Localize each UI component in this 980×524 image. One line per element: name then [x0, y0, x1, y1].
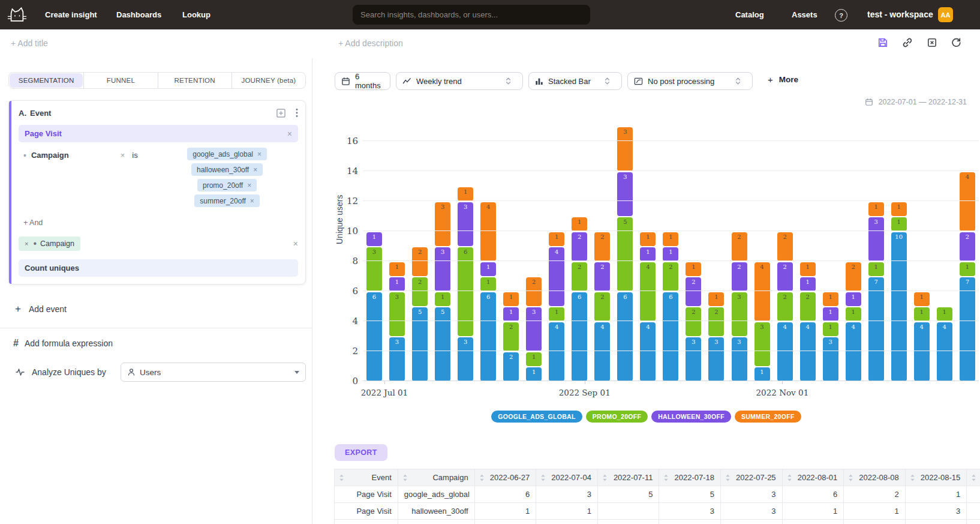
bar-segment-halloween_30off[interactable]: 3	[458, 202, 473, 246]
date-range-button[interactable]: 6 months	[335, 72, 390, 90]
add-event-button[interactable]: + Add event	[15, 303, 67, 315]
column-header-2022-07-18[interactable]: 2022-07-18	[659, 469, 721, 486]
sort-icon[interactable]	[725, 474, 731, 481]
remove-event-icon[interactable]: ×	[287, 130, 292, 138]
bar-segment-google_ads_global[interactable]: 5	[412, 307, 428, 381]
sort-icon[interactable]	[663, 474, 669, 481]
bar-segment-google_ads_global[interactable]: 4	[914, 322, 930, 381]
bar-segment-promo_20off[interactable]: 1	[891, 217, 907, 231]
bar-segment-google_ads_global[interactable]: 6	[480, 292, 496, 381]
bar-segment-summer_20off[interactable]: 1	[572, 217, 587, 231]
column-header-2022-08-01[interactable]: 2022-08-01	[782, 469, 844, 486]
clear-breakdown-icon[interactable]: ×	[293, 239, 298, 248]
bar-segment-google_ads_global[interactable]: 3	[823, 337, 838, 381]
bar-segment-summer_20off[interactable]: 1	[708, 292, 724, 306]
bar-segment-promo_20off[interactable]: 3	[732, 292, 747, 336]
bar-segment-promo_20off[interactable]: 3	[389, 292, 405, 336]
bar-segment-google_ads_global[interactable]: 3	[686, 337, 701, 381]
bar-segment-halloween_30off[interactable]: 3	[617, 172, 633, 216]
add-title-button[interactable]: + Add title	[11, 38, 48, 48]
remove-value-icon[interactable]: ×	[253, 166, 257, 174]
bar-segment-summer_20off[interactable]: 1	[868, 202, 884, 216]
column-header-2022-06-27[interactable]: 2022-06-27	[474, 469, 536, 486]
refresh-icon[interactable]	[951, 37, 961, 48]
more-button[interactable]: + More	[768, 74, 798, 85]
bar-segment-halloween_30off[interactable]: 1	[389, 277, 405, 291]
measure-select[interactable]: Count uniques	[19, 259, 298, 277]
bar-segment-promo_20off[interactable]: 1	[960, 262, 975, 276]
filter-value-chip[interactable]: google_ads_global×	[187, 148, 267, 160]
nav-create-insight[interactable]: Create insight	[45, 10, 97, 19]
bar-segment-google_ads_global[interactable]: 3	[389, 337, 405, 381]
bar-segment-halloween_30off[interactable]: 2	[594, 262, 610, 291]
bar-segment-summer_20off[interactable]: 1	[389, 262, 405, 276]
add-formula-button[interactable]: # Add formula expression	[13, 338, 113, 349]
bar-segment-summer_20off[interactable]: 1	[640, 232, 656, 246]
bar-segment-google_ads_global[interactable]: 4	[800, 322, 816, 381]
filter-value-chip[interactable]: halloween_30off×	[191, 163, 263, 176]
tab-funnel[interactable]: FUNNEL	[83, 73, 157, 88]
bar-segment-google_ads_global[interactable]: 3	[708, 337, 724, 381]
remove-filter-icon[interactable]: ×	[121, 151, 125, 160]
cat-logo-icon[interactable]	[7, 6, 26, 23]
legend-pill-halloween_30off[interactable]: HALLOWEEN_30OFF	[651, 411, 731, 423]
filter-value-chip[interactable]: summer_20off×	[194, 194, 260, 207]
bar-segment-summer_20off[interactable]: 1	[891, 202, 907, 216]
avatar[interactable]: AA	[938, 7, 953, 22]
bar-segment-promo_20off[interactable]: 2	[594, 292, 610, 321]
bar-segment-halloween_30off[interactable]: 1	[640, 247, 656, 261]
bar-segment-summer_20off[interactable]: 3	[435, 202, 450, 246]
column-header-2022-07-25[interactable]: 2022-07-25	[721, 469, 783, 486]
post-processing-select[interactable]: No post processing	[627, 72, 753, 90]
bar-segment-halloween_30off[interactable]: 1	[503, 307, 519, 321]
bar-segment-summer_20off[interactable]: 1	[686, 262, 701, 276]
bar-segment-summer_20off[interactable]: 3	[617, 127, 633, 171]
bar-segment-google_ads_global[interactable]: 3	[732, 337, 747, 381]
tab-retention[interactable]: RETENTION	[158, 73, 232, 88]
bar-segment-google_ads_global[interactable]: 6	[617, 292, 633, 381]
bar-segment-promo_20off[interactable]: 1	[526, 352, 542, 366]
bar-segment-promo_20off[interactable]: 2	[777, 292, 793, 321]
search-input[interactable]	[353, 5, 590, 25]
bar-segment-promo_20off[interactable]: 1	[868, 262, 884, 276]
bar-segment-google_ads_global[interactable]: 7	[868, 277, 884, 381]
nav-lookup[interactable]: Lookup	[182, 10, 211, 19]
legend-pill-google_ads_global[interactable]: GOOGLE_ADS_GLOBAL	[491, 411, 582, 423]
bar-segment-halloween_30off[interactable]: 2	[572, 232, 587, 261]
sort-icon[interactable]	[971, 474, 976, 481]
chart-date-range[interactable]: 2022-07-01 — 2022-12-31	[865, 98, 967, 106]
filter-operator[interactable]: is	[132, 151, 137, 160]
remove-value-icon[interactable]: ×	[250, 197, 254, 205]
analyze-by-select[interactable]: Users	[121, 363, 306, 382]
bar-segment-google_ads_global[interactable]: 10	[891, 232, 907, 381]
bar-segment-summer_20off[interactable]: 1	[823, 292, 838, 306]
tab-journey[interactable]: JOURNEY (beta)	[232, 73, 305, 88]
export-button[interactable]: EXPORT	[335, 444, 387, 461]
bar-segment-google_ads_global[interactable]: 1	[526, 367, 542, 381]
workspace-name[interactable]: test - workspace	[867, 10, 933, 19]
filter-value-chip[interactable]: promo_20off×	[197, 179, 257, 191]
column-header-campaign[interactable]: Campaign	[398, 469, 474, 486]
add-and-condition[interactable]: + And	[23, 218, 43, 227]
bar-segment-summer_20off[interactable]: 2	[594, 232, 610, 261]
sort-icon[interactable]	[787, 474, 792, 481]
legend-pill-summer_20off[interactable]: SUMMER_20OFF	[735, 411, 801, 423]
bar-segment-promo_20off[interactable]: 1	[846, 307, 861, 321]
bar-segment-halloween_30off[interactable]: 3	[526, 307, 542, 351]
bar-segment-halloween_30off[interactable]: 1	[800, 277, 816, 291]
bar-segment-google_ads_global[interactable]: 4	[640, 322, 656, 381]
remove-value-icon[interactable]: ×	[257, 150, 261, 158]
bar-segment-summer_20off[interactable]: 1	[663, 232, 678, 246]
bar-segment-halloween_30off[interactable]: 2	[777, 262, 793, 291]
column-header-2022-08-08[interactable]: 2022-08-08	[844, 469, 906, 486]
nav-catalog[interactable]: Catalog	[735, 10, 764, 19]
sort-icon[interactable]	[848, 474, 853, 481]
sort-icon[interactable]	[402, 474, 408, 481]
bar-segment-summer_20off[interactable]: 2	[412, 247, 428, 276]
column-header-event[interactable]: Event	[335, 469, 398, 486]
bar-segment-halloween_30off[interactable]: 1	[823, 307, 838, 321]
bar-segment-google_ads_global[interactable]: 1	[754, 367, 770, 381]
column-header-2022-08-22[interactable]: 2022-08-22	[967, 469, 980, 486]
sort-icon[interactable]	[339, 474, 344, 481]
bar-segment-summer_20off[interactable]: 1	[503, 292, 519, 306]
